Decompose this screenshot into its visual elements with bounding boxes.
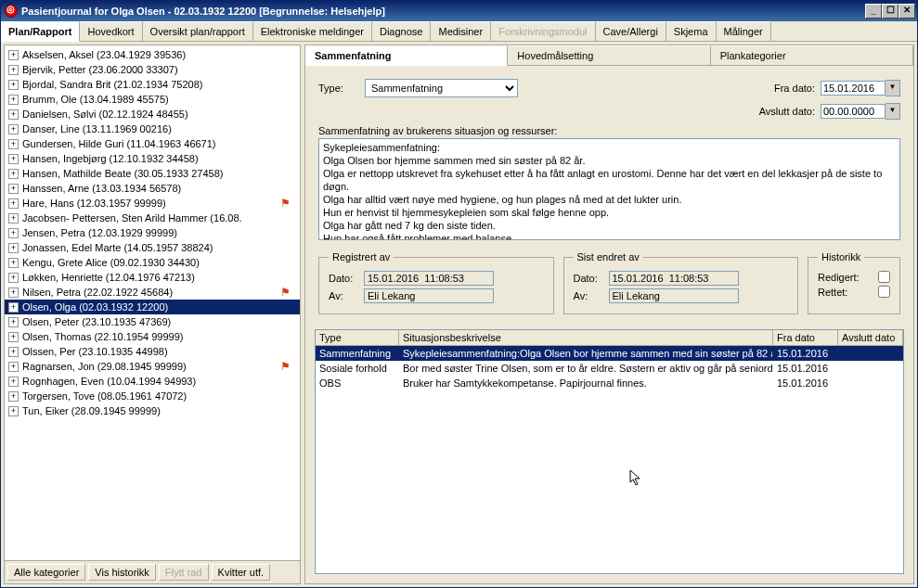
patient-row[interactable]: +Kengu, Grete Alice (09.02.1930 34430)	[5, 255, 300, 270]
patient-row[interactable]: +Danielsen, Sølvi (02.12.1924 48455)	[5, 107, 300, 121]
patient-row[interactable]: +Tun, Eiker (28.09.1945 99999)	[5, 403, 300, 418]
patient-label: Rognhagen, Even (10.04.1994 94993)	[22, 376, 196, 387]
col-type[interactable]: Type	[316, 330, 399, 345]
main-window: Pasientjournal for Olga Olsen - 02.03.19…	[0, 0, 918, 588]
type-select[interactable]: Sammenfatning	[365, 79, 518, 97]
tab-malinger[interactable]: Målinger	[717, 21, 771, 41]
expand-icon[interactable]: +	[8, 228, 19, 238]
patient-row[interactable]: +Bjervik, Petter (23.06.2000 33307)	[5, 62, 300, 77]
patient-row[interactable]: +Olsen, Peter (23.10.1935 47369)	[5, 314, 300, 329]
expand-icon[interactable]: +	[8, 184, 19, 194]
fra-dato-field[interactable]	[821, 81, 886, 96]
patient-row[interactable]: +Olssen, Per (23.10.1935 44998)	[5, 344, 300, 359]
tab-cave-allergi[interactable]: Cave/Allergi	[596, 21, 666, 41]
kvitter-utf-button[interactable]: Kvitter utf.	[212, 564, 271, 581]
patient-row[interactable]: +Olsen, Thomas (22.10.1954 99999)	[5, 329, 300, 344]
patient-row[interactable]: +Jacobsen- Pettersen, Sten Arild Hammer …	[5, 211, 300, 225]
tab-oversikt[interactable]: Oversikt plan/rapport	[143, 21, 253, 41]
maximize-button[interactable]: ☐	[882, 4, 899, 19]
patient-row[interactable]: +Hansen, Ingebjørg (12.10.1932 34458)	[5, 151, 300, 166]
rettet-checkbox[interactable]	[878, 286, 890, 298]
patient-row[interactable]: +Nilsen, Petra (22.02.1922 45684)	[5, 285, 300, 300]
patient-row[interactable]: +Jensen, Petra (12.03.1929 99999)	[5, 225, 300, 240]
expand-icon[interactable]: +	[8, 377, 19, 387]
fra-dato-input[interactable]: ▼	[821, 80, 900, 96]
patient-label: Nilsen, Petra (22.02.1922 45684)	[22, 287, 173, 298]
table-row[interactable]: Sosiale forholdBor med søster Trine Olse…	[316, 361, 903, 376]
tab-forskrivningsmodul: Forskrivningsmodul	[491, 21, 595, 41]
expand-icon[interactable]: +	[8, 362, 19, 372]
expand-icon[interactable]: +	[8, 213, 19, 224]
patient-row[interactable]: +Løkken, Henriette (12.04.1976 47213)	[5, 270, 300, 285]
expand-icon[interactable]: +	[8, 109, 19, 120]
situasjon-label: Sammenfatning av brukerens situasjon og …	[318, 125, 900, 136]
grid-area: Type Situasjonsbeskrivelse Fra dato Avsl…	[315, 329, 904, 574]
patient-row[interactable]: +Rognhagen, Even (10.04.1994 94993)	[5, 374, 300, 389]
expand-icon[interactable]: +	[8, 124, 19, 134]
patient-row[interactable]: +Danser, Line (13.11.1969 00216)	[5, 121, 300, 136]
patient-label: Jensen, Petra (12.03.1929 99999)	[22, 227, 177, 238]
expand-icon[interactable]: +	[8, 391, 19, 402]
tab-plan-rapport[interactable]: Plan/Rapport	[1, 21, 80, 42]
expand-icon[interactable]: +	[8, 198, 19, 209]
patient-row[interactable]: +Olsen, Olga (02.03.1932 12200)	[5, 300, 300, 314]
tab-skjema[interactable]: Skjema	[666, 21, 717, 41]
expand-icon[interactable]: +	[8, 154, 19, 164]
col-avslutt[interactable]: Avslutt dato	[838, 330, 903, 345]
tab-meldinger[interactable]: Elektroniske meldinger	[253, 21, 372, 41]
expand-icon[interactable]: +	[8, 258, 19, 268]
expand-icon[interactable]: +	[8, 65, 19, 75]
patient-row[interactable]: +Jonassen, Edel Marte (14.05.1957 38824)	[5, 240, 300, 255]
patient-row[interactable]: +Brumm, Ole (13.04.1989 45575)	[5, 92, 300, 107]
avslutt-dato-input[interactable]: ▼	[821, 103, 900, 120]
table-row[interactable]: SammenfatningSykepleiesammenfatning:Olga…	[316, 346, 903, 361]
expand-icon[interactable]: +	[8, 273, 19, 283]
patient-label: Akselsen, Aksel (23.04.1929 39536)	[22, 49, 186, 60]
expand-icon[interactable]: +	[8, 302, 19, 313]
table-row[interactable]: OBSBruker har Samtykkekompetanse. Papirj…	[316, 376, 903, 390]
grid-header: Type Situasjonsbeskrivelse Fra dato Avsl…	[316, 330, 903, 346]
patient-row[interactable]: +Akselsen, Aksel (23.04.1929 39536)	[5, 47, 300, 62]
expand-icon[interactable]: +	[8, 347, 19, 357]
tab-plankategorier[interactable]: Plankategorier	[711, 45, 913, 65]
patient-row[interactable]: +Gundersen, Hilde Guri (11.04.1963 46671…	[5, 136, 300, 151]
expand-icon[interactable]: +	[8, 80, 19, 90]
patient-row[interactable]: +Hare, Hans (12.03.1957 99999)	[5, 196, 300, 211]
close-button[interactable]: ✕	[899, 4, 915, 19]
tab-medisiner[interactable]: Medisiner	[431, 21, 491, 41]
tab-sammenfatning[interactable]: Sammenfatning	[305, 45, 508, 66]
minimize-button[interactable]: _	[865, 4, 882, 19]
expand-icon[interactable]: +	[8, 332, 19, 342]
expand-icon[interactable]: +	[8, 288, 19, 298]
alle-kategorier-button[interactable]: Alle kategorier	[7, 564, 85, 581]
tab-hovedkort[interactable]: Hovedkort	[80, 21, 142, 41]
avslutt-dato-dropdown-icon[interactable]: ▼	[886, 103, 900, 120]
patient-row[interactable]: +Bjordal, Sandra Brit (21.02.1934 75208)	[5, 77, 300, 92]
patient-row[interactable]: +Hanssen, Arne (13.03.1934 56578)	[5, 181, 300, 196]
redigert-checkbox[interactable]	[878, 271, 890, 283]
col-desc[interactable]: Situasjonsbeskrivelse	[399, 330, 773, 345]
fra-dato-dropdown-icon[interactable]: ▼	[886, 80, 900, 96]
patient-label: Ragnarsen, Jon (29.08.1945 99999)	[22, 361, 187, 372]
vis-historikk-button[interactable]: Vis historikk	[88, 564, 155, 581]
expand-icon[interactable]: +	[8, 95, 19, 105]
patient-row[interactable]: +Hansen, Mathilde Beate (30.05.1933 2745…	[5, 166, 300, 181]
patient-tree[interactable]: +Akselsen, Aksel (23.04.1929 39536)+Bjer…	[5, 45, 300, 560]
cell-type: Sosiale forhold	[316, 361, 399, 376]
summary-grid[interactable]: Type Situasjonsbeskrivelse Fra dato Avsl…	[315, 329, 904, 574]
patient-row[interactable]: +Ragnarsen, Jon (29.08.1945 99999)	[5, 359, 300, 374]
patient-label: Løkken, Henriette (12.04.1976 47213)	[22, 272, 195, 283]
tab-hovedmalsetting[interactable]: Hovedmålsetting	[508, 45, 710, 65]
patient-label: Torgersen, Tove (08.05.1961 47072)	[22, 390, 187, 402]
situasjon-textarea[interactable]: Sykepleiesammenfatning: Olga Olsen bor h…	[318, 138, 900, 240]
col-fra[interactable]: Fra dato	[773, 330, 838, 345]
expand-icon[interactable]: +	[8, 139, 19, 149]
expand-icon[interactable]: +	[8, 169, 19, 179]
avslutt-dato-field[interactable]	[821, 104, 886, 119]
tab-diagnose[interactable]: Diagnose	[372, 21, 431, 41]
expand-icon[interactable]: +	[8, 317, 19, 327]
patient-row[interactable]: +Torgersen, Tove (08.05.1961 47072)	[5, 389, 300, 403]
expand-icon[interactable]: +	[8, 406, 19, 416]
expand-icon[interactable]: +	[8, 50, 19, 60]
expand-icon[interactable]: +	[8, 243, 19, 253]
